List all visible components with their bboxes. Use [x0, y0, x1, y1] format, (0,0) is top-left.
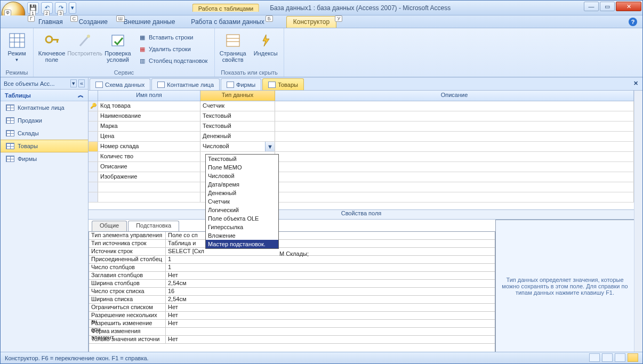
field-desc-cell[interactable] [275, 111, 634, 121]
maximize-button[interactable]: ▭ [600, 2, 615, 11]
view-pivotchart[interactable] [615, 353, 625, 362]
field-desc-cell[interactable] [275, 162, 634, 172]
design-row[interactable]: ЦенаДенежный [89, 132, 634, 142]
field-desc-cell[interactable] [275, 132, 634, 141]
field-name-cell[interactable]: Описание [98, 162, 200, 172]
indexes-button[interactable]: Индексы [251, 31, 281, 67]
dropdown-item[interactable]: Счетчик [206, 197, 278, 206]
doc-tab[interactable]: Товары [262, 78, 304, 90]
col-header-type[interactable]: Тип данных [200, 91, 275, 101]
lookup-column-button[interactable]: ▥Столбец подстановок [136, 55, 210, 67]
row-selector[interactable] [89, 132, 98, 141]
insert-rows-button[interactable]: ▦Вставить строки [136, 31, 210, 43]
design-row-empty[interactable] [89, 182, 634, 192]
row-selector[interactable] [89, 142, 98, 151]
dropdown-item[interactable]: Поле объекта OLE [206, 214, 278, 223]
property-row[interactable]: Разрешение нескольких знНет [89, 312, 495, 320]
collapse-pane-icon[interactable]: « [78, 79, 85, 87]
field-desc-cell[interactable] [275, 122, 634, 131]
view-pivottable[interactable] [602, 353, 613, 362]
property-row[interactable]: Ширина столбцов2,54см [89, 280, 495, 288]
dropdown-item[interactable]: Текстовый [206, 155, 278, 163]
help-button[interactable]: ? [629, 18, 637, 26]
row-selector[interactable] [89, 122, 98, 131]
property-sheet-button[interactable]: Страница свойств [218, 31, 248, 67]
qat-more[interactable]: ▾ [69, 2, 76, 14]
tab-external[interactable]: Внешние данныеШ [117, 16, 182, 28]
field-type-cell[interactable]: Денежный [200, 132, 275, 141]
field-desc-cell[interactable] [275, 152, 634, 161]
property-row[interactable]: Ширина списка2,54см [89, 296, 495, 304]
property-value[interactable]: 2,54см [166, 280, 495, 287]
field-name-cell[interactable]: Номер склада [98, 142, 200, 151]
field-name-cell[interactable]: Марка [98, 122, 200, 131]
doc-tab[interactable]: Фирмы [221, 78, 261, 90]
field-name-cell[interactable]: Цена [98, 132, 200, 141]
design-row[interactable]: Номер складаЧисловой▼ [89, 142, 634, 152]
dropdown-item[interactable]: Мастер подстановок. [206, 240, 278, 248]
field-desc-cell[interactable] [275, 101, 634, 111]
field-desc-cell[interactable] [275, 142, 634, 151]
nav-header[interactable]: Все объекты Acc... ▾ « [1, 78, 88, 90]
test-validation-button[interactable]: Проверка условий [103, 31, 133, 67]
view-button[interactable]: Режим ▼ [4, 31, 30, 67]
property-row[interactable]: Тип элемента управленияПоле со сп [89, 232, 495, 240]
tab-lookup[interactable]: Подстановка [128, 221, 179, 231]
design-row[interactable]: Количес тво [89, 152, 634, 162]
property-value[interactable]: 2,54см [166, 296, 495, 303]
view-datasheet[interactable] [589, 353, 600, 362]
tab-home[interactable]: ГлавнаяГ [31, 16, 70, 28]
dropdown-item[interactable]: Денежный [206, 189, 278, 197]
tab-database-tools[interactable]: Работа с базами данныхБ [184, 16, 271, 28]
property-row[interactable]: Ограничиться спискомНет [89, 304, 495, 312]
tab-design[interactable]: КонструкторУ [286, 16, 336, 28]
property-row[interactable]: Только значения источниНет [89, 336, 495, 344]
doc-tab[interactable]: Контактные лица [151, 78, 220, 90]
row-selector[interactable]: 🔑 [89, 101, 98, 111]
col-header-name[interactable]: Имя поля [98, 91, 200, 101]
design-row[interactable]: МаркаТекстовый [89, 122, 634, 132]
property-value[interactable]: Нет [166, 304, 495, 311]
field-type-cell[interactable]: Текстовый [200, 122, 275, 131]
property-row[interactable]: Присоединенный столбец1 [89, 256, 495, 264]
dropdown-item[interactable]: Вложение [206, 231, 278, 240]
nav-item[interactable]: Контактные лица [1, 101, 88, 114]
nav-item[interactable]: Фирмы [1, 152, 88, 165]
row-selector[interactable] [89, 111, 98, 121]
property-value[interactable]: 16 [166, 288, 495, 295]
design-row[interactable]: Изображение [89, 172, 634, 182]
property-value[interactable]: Нет [166, 312, 495, 319]
tab-create[interactable]: СозданиеС [72, 16, 115, 28]
dropdown-item[interactable]: Гиперссылка [206, 223, 278, 231]
property-value[interactable] [166, 328, 495, 335]
property-value[interactable]: Нет [166, 336, 495, 343]
field-type-cell[interactable]: Счетчик [200, 101, 275, 111]
tab-general[interactable]: Общие [92, 221, 127, 231]
field-name-cell[interactable]: Наименование [98, 111, 200, 121]
design-row[interactable]: Описание [89, 162, 634, 172]
design-row[interactable]: НаименованиеТекстовый [89, 111, 634, 122]
property-row[interactable]: Число столбцов1 [89, 264, 495, 272]
property-value[interactable]: Нет [166, 320, 495, 327]
property-row[interactable]: Заглавия столбцовНет [89, 272, 495, 280]
property-row[interactable]: Форма изменения элемент [89, 328, 495, 336]
dropdown-item[interactable]: Логический [206, 206, 278, 214]
row-selector[interactable] [89, 152, 98, 161]
vertical-scrollbar[interactable] [634, 91, 642, 352]
field-name-cell[interactable]: Код товара [98, 101, 200, 111]
design-row[interactable]: 🔑Код товараСчетчик [89, 101, 634, 111]
view-design[interactable] [628, 353, 638, 362]
property-value[interactable]: 1 [166, 264, 495, 271]
property-row[interactable]: Разрешить изменение спиНет [89, 320, 495, 328]
doc-tab[interactable]: Схема данных [90, 78, 150, 90]
property-row[interactable]: Число строк списка16 [89, 288, 495, 296]
data-type-dropdown[interactable]: ТекстовыйПоле МЕМОЧисловойДата/времяДене… [205, 154, 279, 249]
qat-undo[interactable]: ↶2 [41, 2, 53, 14]
property-value[interactable]: 1 [166, 256, 495, 263]
dropdown-item[interactable]: Дата/время [206, 180, 278, 189]
dropdown-arrow[interactable]: ▼ [265, 142, 275, 151]
field-type-cell[interactable]: Числовой▼ [200, 142, 275, 151]
property-row[interactable]: Тип источника строкТаблица и [89, 240, 495, 248]
design-row-empty[interactable] [89, 192, 634, 203]
qat-redo[interactable]: ↷3 [55, 2, 67, 14]
